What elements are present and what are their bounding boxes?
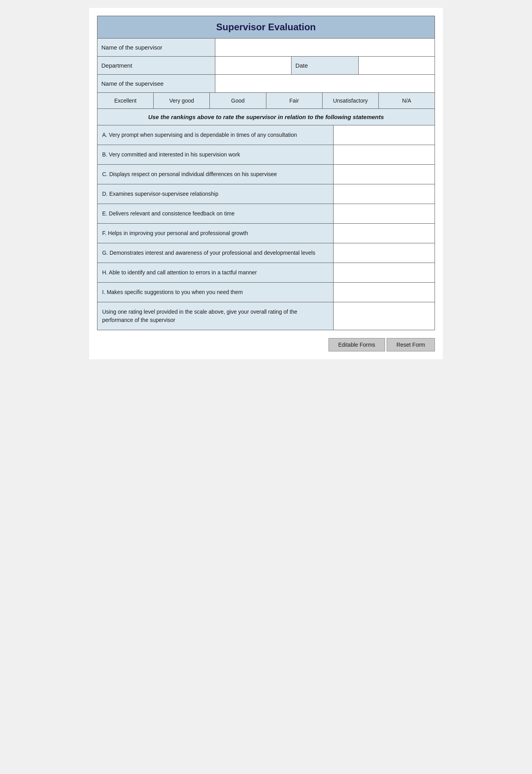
instructions-row: Use the rankings above to rate the super…	[97, 109, 435, 125]
rating-field-g[interactable]	[338, 248, 431, 254]
rating-field-h[interactable]	[338, 267, 431, 274]
statement-row-e: E. Delivers relevant and consistence fee…	[97, 204, 435, 224]
rating-header-unsatisfactory: Unsatisfactory	[323, 93, 379, 108]
rating-header-excellent: Excellent	[97, 93, 154, 108]
statement-row-a: A. Very prompt when supervising and is d…	[97, 125, 435, 145]
supervisee-label: Name of the supervisee	[97, 75, 215, 92]
supervisor-name-field[interactable]	[219, 42, 431, 52]
rating-header-row: Excellent Very good Good Fair Unsatisfac…	[97, 93, 435, 109]
rating-field-overall[interactable]	[338, 307, 431, 313]
rating-header-na: N/A	[379, 93, 435, 108]
form-title: Supervisor Evaluation	[101, 22, 431, 33]
rating-field-d[interactable]	[338, 189, 431, 195]
statement-input-d	[334, 184, 435, 204]
statement-input-h	[334, 263, 435, 282]
supervisee-input-cell	[215, 75, 435, 92]
reset-form-button[interactable]: Reset Form	[387, 338, 435, 351]
rating-header-very-good: Very good	[154, 93, 210, 108]
statement-row-g: G. Demonstrates interest and awareness o…	[97, 243, 435, 263]
date-input-cell	[359, 57, 435, 74]
statement-row-i: I. Makes specific suggestions to you whe…	[97, 283, 435, 302]
supervisor-name-row: Name of the supervisor	[97, 39, 435, 57]
statement-input-overall	[334, 302, 435, 330]
statement-row-overall: Using one rating level provided in the s…	[97, 302, 435, 330]
statement-text-b: B. Very committed and interested in his …	[97, 145, 334, 164]
statement-text-d: D. Examines supervisor-supervisee relati…	[97, 184, 334, 204]
statement-row-d: D. Examines supervisor-supervisee relati…	[97, 184, 435, 204]
statement-input-a	[334, 125, 435, 145]
statement-row-f: F. Helps in improving your personal and …	[97, 224, 435, 243]
rating-field-a[interactable]	[338, 130, 431, 136]
statement-text-g: G. Demonstrates interest and awareness o…	[97, 243, 334, 263]
department-label: Department	[97, 57, 215, 74]
statement-input-g	[334, 243, 435, 263]
statement-row-c: C. Displays respect on personal individu…	[97, 165, 435, 184]
form-title-row: Supervisor Evaluation	[97, 16, 435, 39]
supervisor-name-input-cell	[215, 39, 435, 56]
statement-input-e	[334, 204, 435, 223]
statement-text-f: F. Helps in improving your personal and …	[97, 224, 334, 243]
date-field[interactable]	[363, 61, 431, 70]
editable-forms-button[interactable]: Editable Forms	[328, 338, 385, 351]
statement-text-e: E. Delivers relevant and consistence fee…	[97, 204, 334, 223]
statement-input-c	[334, 165, 435, 184]
footer-buttons: Editable Forms Reset Form	[97, 338, 435, 351]
statement-input-f	[334, 224, 435, 243]
supervisee-field[interactable]	[219, 79, 431, 88]
rating-field-f[interactable]	[338, 228, 431, 234]
statement-text-a: A. Very prompt when supervising and is d…	[97, 125, 334, 145]
department-input-cell	[215, 57, 292, 74]
statement-row-b: B. Very committed and interested in his …	[97, 145, 435, 165]
department-field[interactable]	[219, 61, 287, 70]
rating-field-e[interactable]	[338, 208, 431, 215]
rating-header-good: Good	[210, 93, 266, 108]
statement-input-i	[334, 283, 435, 302]
date-label: Date	[292, 57, 359, 74]
rating-field-c[interactable]	[338, 169, 431, 175]
statement-text-c: C. Displays respect on personal individu…	[97, 165, 334, 184]
rating-field-i[interactable]	[338, 287, 431, 293]
statement-input-b	[334, 145, 435, 164]
instructions-text: Use the rankings above to rate the super…	[105, 114, 427, 120]
department-date-row: Department Date	[97, 57, 435, 75]
statement-text-h: H. Able to identify and call attention t…	[97, 263, 334, 282]
statement-text-overall: Using one rating level provided in the s…	[97, 302, 334, 330]
rating-field-b[interactable]	[338, 149, 431, 156]
statement-text-i: I. Makes specific suggestions to you whe…	[97, 283, 334, 302]
supervisor-name-label: Name of the supervisor	[97, 39, 215, 56]
evaluation-form: Supervisor Evaluation Name of the superv…	[97, 16, 435, 330]
rating-header-fair: Fair	[266, 93, 323, 108]
supervisee-name-row: Name of the supervisee	[97, 75, 435, 93]
statement-row-h: H. Able to identify and call attention t…	[97, 263, 435, 283]
